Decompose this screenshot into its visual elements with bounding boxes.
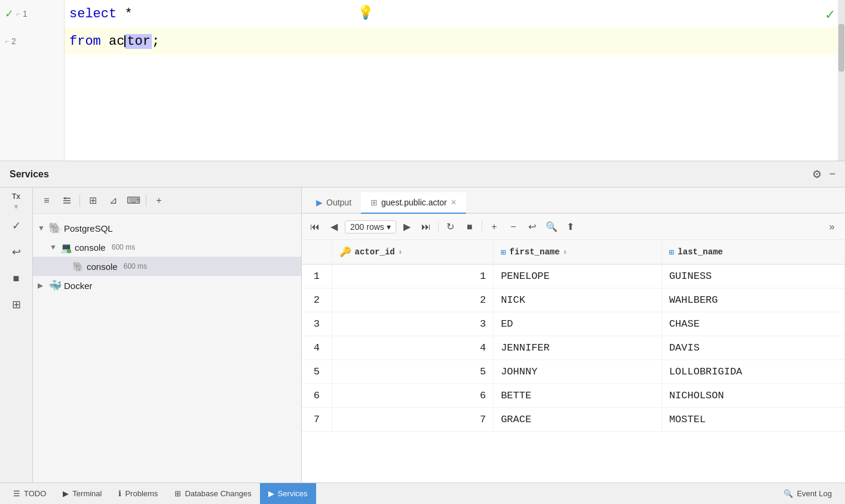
tree-item-console-parent[interactable]: ▼ 💻 console 600 ms	[33, 238, 301, 257]
rows-selector[interactable]: 200 rows ▾	[345, 220, 396, 233]
actor-tab-label: guest.public.actor	[381, 198, 447, 207]
results-tabs: ▶ Output ⊞ guest.public.actor ✕	[302, 188, 845, 214]
tab-output[interactable]: ▶ Output	[307, 192, 361, 214]
arrow-console-parent: ▼	[50, 243, 58, 251]
table-body: 1 1 PENELOPE GUINESS 2 2 NICK WAHLBERG 3…	[302, 265, 845, 432]
todo-label: TODO	[24, 489, 46, 498]
table-row[interactable]: 2 2 NICK WAHLBERG	[302, 288, 845, 312]
table-header: 🔑 actor_id ⇕ ⊞ first_name ⇕	[302, 240, 845, 265]
table-row[interactable]: 5 5 JOHNNY LOLLOBRIGIDA	[302, 360, 845, 384]
tree-item-docker[interactable]: ▶ 🐳 Docker	[33, 276, 301, 295]
tx-label: Tx	[12, 192, 20, 201]
first-name-type-icon: ⊞	[501, 247, 506, 257]
services-status-label: Services	[278, 489, 308, 498]
table-row[interactable]: 7 7 GRACE MOSTEL	[302, 408, 845, 432]
collapse-all-btn[interactable]: ≡	[38, 192, 56, 209]
event-log-icon: 🔍	[783, 489, 793, 498]
results-panel: ▶ Output ⊞ guest.public.actor ✕ ⏮ ◀ 200 …	[302, 188, 845, 483]
status-problems[interactable]: ℹ Problems	[110, 483, 166, 504]
refresh-btn[interactable]: ↻	[442, 219, 459, 235]
actor-id-type-icon: 🔑	[339, 246, 351, 258]
tree-item-console-child[interactable]: ▶ 🐘 console 600 ms	[33, 257, 301, 276]
remove-row-btn[interactable]: −	[505, 219, 522, 235]
status-services[interactable]: ▶ Services	[260, 483, 316, 504]
nav-last-btn[interactable]: ⏭	[418, 219, 434, 235]
services-body: Tx ▼ ✓ ↩ ■ ⊞ ≡ ⊞ ⊿ ⌨ +	[0, 188, 845, 483]
minimize-button[interactable]: −	[829, 168, 835, 180]
grid-view-btn[interactable]: ⊞	[84, 192, 102, 209]
status-terminal[interactable]: ▶ Terminal	[54, 483, 110, 504]
status-db-changes[interactable]: ⊞ Database Changes	[166, 483, 259, 504]
grid-sidebar-btn[interactable]: ⊞	[5, 294, 27, 315]
table-row[interactable]: 3 3 ED CHASE	[302, 312, 845, 336]
cell-row-num: 7	[302, 408, 332, 432]
tab-actor[interactable]: ⊞ guest.public.actor ✕	[361, 192, 466, 214]
console-child-icon: 🐘	[72, 261, 84, 272]
nav-next-btn[interactable]: ▶	[399, 219, 415, 235]
table-row[interactable]: 4 4 JENNIFER DAVIS	[302, 336, 845, 360]
expand-all-btn[interactable]	[58, 192, 76, 209]
undo-sidebar-btn[interactable]: ↩	[5, 241, 27, 263]
col-actor-id[interactable]: 🔑 actor_id ⇕	[332, 240, 494, 265]
cell-last-name: WAHLBERG	[662, 288, 844, 312]
tab-close-actor[interactable]: ✕	[451, 198, 457, 207]
table-row[interactable]: 1 1 PENELOPE GUINESS	[302, 265, 845, 288]
cell-row-num: 2	[302, 288, 332, 312]
console-parent-icon: 💻	[60, 242, 72, 253]
check-icon-line1: ✓	[5, 7, 14, 20]
cell-last-name: DAVIS	[662, 336, 844, 360]
gear-button[interactable]: ⚙	[812, 168, 822, 181]
stop-btn[interactable]: ■	[461, 219, 478, 235]
console-child-badge: 600 ms	[124, 262, 147, 271]
check-icon-top-right: ✓	[825, 7, 835, 23]
cell-last-name: NICHOLSON	[662, 384, 844, 408]
docker-label: Docker	[64, 281, 93, 291]
scrollbar-thumb	[838, 24, 844, 72]
code-line-2[interactable]: from actor;	[65, 27, 845, 55]
nav-prev-btn[interactable]: ◀	[326, 219, 342, 235]
tree-toolbar: ≡ ⊞ ⊿ ⌨ +	[33, 188, 301, 214]
nav-first-btn[interactable]: ⏮	[307, 219, 323, 235]
line-num-1: 1	[23, 9, 32, 19]
console-btn[interactable]: ⌨	[124, 192, 142, 209]
toolbar-divider-2	[146, 195, 146, 207]
tree-item-postgresql[interactable]: ▼ 🐘 PostgreSQL	[33, 219, 301, 238]
search-btn[interactable]: 🔍	[543, 219, 560, 235]
more-btn[interactable]: »	[823, 219, 840, 235]
col-last-name[interactable]: ⊞ last_name	[662, 240, 844, 265]
code-editor[interactable]: select * from actor; 💡 ✓	[65, 0, 845, 161]
first-name-label: first_name	[510, 247, 560, 257]
table-row[interactable]: 6 6 BETTE NICHOLSON	[302, 384, 845, 408]
status-todo[interactable]: ☰ TODO	[5, 483, 54, 504]
todo-icon: ☰	[13, 489, 20, 498]
data-table-container[interactable]: 🔑 actor_id ⇕ ⊞ first_name ⇕	[302, 240, 845, 483]
console-parent-label: console	[75, 242, 106, 253]
upload-btn[interactable]: ⬆	[562, 219, 579, 235]
last-name-type-icon: ⊞	[669, 247, 674, 257]
editor-scrollbar[interactable]	[838, 0, 845, 161]
cell-first-name: GRACE	[494, 408, 662, 432]
code-line-1[interactable]: select *	[65, 0, 845, 27]
stop-sidebar-btn[interactable]: ■	[5, 268, 27, 289]
actor-id-sort-icon[interactable]: ⇕	[399, 248, 402, 256]
status-event-log[interactable]: 🔍 Event Log	[775, 483, 840, 504]
first-name-sort-icon[interactable]: ⇕	[564, 248, 567, 256]
cell-actor-id: 6	[332, 384, 494, 408]
services-title: Services	[10, 169, 49, 180]
lightbulb-icon[interactable]: 💡	[357, 5, 373, 20]
services-panel: Services ⚙ − Tx ▼ ✓ ↩ ■ ⊞ ≡ ⊞ ⊿	[0, 161, 845, 483]
services-status-icon: ▶	[268, 489, 274, 498]
undo-btn[interactable]: ↩	[524, 219, 541, 235]
col-first-name[interactable]: ⊞ first_name ⇕	[494, 240, 662, 265]
add-btn[interactable]: +	[150, 192, 168, 209]
cell-first-name: BETTE	[494, 384, 662, 408]
event-log-label: Event Log	[797, 489, 832, 498]
console-parent-badge: 600 ms	[112, 243, 135, 251]
filter-btn[interactable]: ⊿	[104, 192, 122, 209]
cell-last-name: GUINESS	[662, 265, 844, 288]
check-sidebar-btn[interactable]: ✓	[5, 215, 27, 236]
add-row-btn[interactable]: +	[486, 219, 503, 235]
problems-label: Problems	[125, 489, 158, 498]
console-child-label: console	[87, 262, 118, 272]
last-name-label: last_name	[678, 247, 723, 257]
